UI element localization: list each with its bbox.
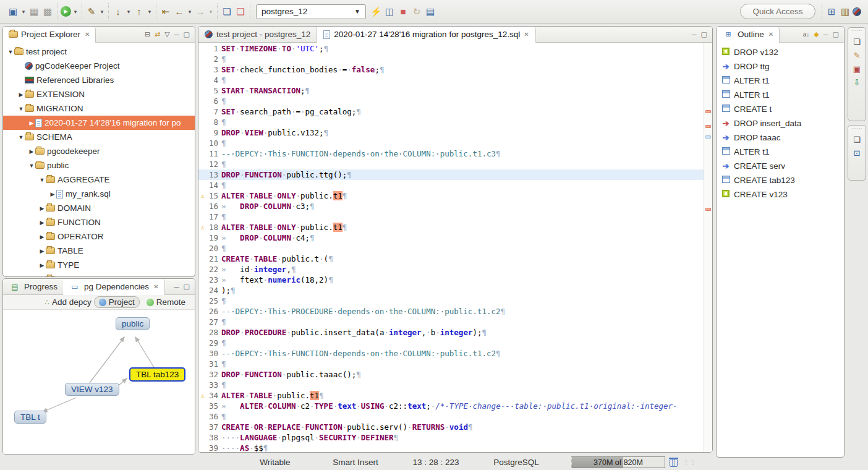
chevron-right-icon[interactable]: ▶ <box>38 248 46 254</box>
chevron-right-icon[interactable]: ▶ <box>38 262 46 268</box>
outline-item[interactable]: CREATE t <box>717 102 844 116</box>
chevron-right-icon[interactable]: ▶ <box>28 120 35 126</box>
annotate-icon[interactable]: ✎ <box>85 5 98 19</box>
overview-occurrence-mark[interactable] <box>705 110 711 113</box>
tab-project-explorer[interactable]: Project Explorer ✕ <box>3 27 96 43</box>
code-line[interactable]: 31¶ <box>198 359 704 369</box>
code-line[interactable]: 35» ALTER·COLUMN·c2·TYPE·text·USING·c2::… <box>198 401 704 411</box>
chevron-right-icon[interactable]: ▶ <box>28 148 35 155</box>
maximize-icon[interactable]: ▢ <box>833 30 839 38</box>
code-line[interactable]: 38····LANGUAGE·plpgsql·SECURITY·DEFINER¶ <box>198 432 704 443</box>
code-line[interactable]: 28DROP·PROCEDURE·public.insert_data(a·in… <box>198 327 704 338</box>
restore-views-button[interactable]: ❏ <box>851 36 863 47</box>
sort-icon[interactable]: a↓ <box>803 31 810 38</box>
chevron-right-icon[interactable]: ▶ <box>49 191 56 197</box>
combo-arrow-icon[interactable]: ▼ <box>354 8 360 15</box>
code-line[interactable]: 16» DROP·COLUMN·c3;¶ <box>198 201 704 212</box>
code-line[interactable]: 19» DROP·COLUMN·c4;¶ <box>198 233 704 243</box>
outline-item[interactable]: ➔CREATE serv <box>717 159 844 173</box>
console-view-icon[interactable]: ⊡ <box>851 147 863 158</box>
code-area[interactable]: 1SET·TIMEZONE·TO·'UTC';¶2¶3SET·check_fun… <box>198 43 704 452</box>
code-line[interactable]: 7SET·search_path·=·pg_catalog;¶ <box>198 106 704 117</box>
back-icon[interactable]: ← <box>173 5 185 19</box>
tab-progress[interactable]: ▤ Progress <box>3 279 63 295</box>
code-line[interactable]: 14¶ <box>198 180 704 190</box>
dependency-graph[interactable]: publicTBL tab123VIEW v123TBL t <box>3 310 195 454</box>
tab-outline[interactable]: ⊞ Outline ✕ <box>717 27 780 43</box>
overview-ruler[interactable] <box>704 43 712 452</box>
outline-item[interactable]: CREATE tab123 <box>717 173 844 187</box>
code-line[interactable]: 22» id·integer,¶ <box>198 264 704 275</box>
resource-perspective-icon[interactable]: ▥ <box>839 5 851 19</box>
tree-item[interactable]: ▼test project <box>3 45 195 59</box>
database-combo[interactable]: postgres_12 ▼ <box>256 4 366 19</box>
refresh-icon[interactable]: ↻ <box>411 5 423 19</box>
code-line[interactable]: 5START·TRANSACTION;¶ <box>198 85 704 96</box>
tree-item[interactable]: ▶OPERATOR <box>3 229 195 244</box>
close-icon[interactable]: ✕ <box>85 31 90 38</box>
overview-occurrence-mark[interactable] <box>705 208 711 211</box>
code-line[interactable]: ⚠18ALTER·TABLE·ONLY·public.t1¶ <box>198 222 704 233</box>
tree-item[interactable]: ▼SCHEMA <box>3 130 195 144</box>
add-depcy-button[interactable]: Add depcy <box>52 297 91 307</box>
close-icon[interactable]: ✕ <box>153 283 158 290</box>
close-icon[interactable]: ✕ <box>524 31 529 38</box>
project-toggle[interactable]: Project <box>94 296 140 308</box>
outline-item[interactable]: ➔DROP taaac <box>717 130 844 145</box>
maximize-icon[interactable]: ▢ <box>701 30 707 38</box>
drag-handle[interactable]: ⋯⋯ <box>851 29 862 33</box>
close-icon[interactable]: ✕ <box>768 31 773 38</box>
editor-body[interactable]: 1SET·TIMEZONE·TO·'UTC';¶2¶3SET·check_fun… <box>198 43 712 452</box>
code-line[interactable]: 33¶ <box>198 380 704 390</box>
collapse-all-icon[interactable]: ⊟ <box>145 30 150 38</box>
import-view-icon[interactable]: ⇩ <box>851 77 863 88</box>
code-line[interactable]: 23» ftext·numeric(18,2)¶ <box>198 275 704 285</box>
tree-item[interactable]: ▶FUNCTION <box>3 215 195 229</box>
pull-down-icon[interactable]: ↓ <box>112 5 124 19</box>
outline-item[interactable]: ALTER t1 <box>717 88 844 102</box>
minimize-icon[interactable]: ─ <box>823 31 828 38</box>
code-line[interactable]: 2¶ <box>198 54 704 64</box>
chevron-down-icon[interactable]: ▼ <box>7 49 14 55</box>
flash-icon[interactable]: ⚡ <box>370 5 382 19</box>
tree-item[interactable]: ▼MIGRATION <box>3 101 195 116</box>
code-line[interactable]: 32DROP·FUNCTION·public.taaac();¶ <box>198 369 704 380</box>
minimize-icon[interactable]: ─ <box>692 31 697 38</box>
last-edit-location-icon[interactable]: ⇤ <box>160 5 172 19</box>
chevron-right-icon[interactable]: ▶ <box>38 234 46 240</box>
code-line[interactable]: 36¶ <box>198 411 704 422</box>
save-button[interactable]: ▦ <box>28 5 40 19</box>
tree-item[interactable]: ▶my_rank.sql <box>3 187 195 201</box>
restore-views-button[interactable]: ❏ <box>851 134 863 145</box>
code-line[interactable]: 29¶ <box>198 338 704 348</box>
chevron-right-icon[interactable]: ▶ <box>17 92 25 98</box>
code-line[interactable]: 13DROP·FUNCTION·public.ttg();¶ <box>198 169 704 180</box>
tree-item[interactable]: ▶pgcodekeeper <box>3 144 195 158</box>
maximize-icon[interactable]: ▢ <box>184 283 190 291</box>
annotate-dropdown-arrow[interactable]: ▾ <box>99 5 105 19</box>
minimize-icon[interactable]: ─ <box>174 31 179 38</box>
new-sql-editor-icon[interactable]: ❏ <box>221 5 233 19</box>
node-view-v123[interactable]: VIEW v123 <box>65 383 119 396</box>
code-line[interactable]: 8¶ <box>198 117 704 127</box>
new-perspective-icon[interactable]: ⊞ <box>825 5 838 19</box>
outline-item[interactable]: ➔DROP insert_data <box>717 116 844 130</box>
outline-item[interactable]: ALTER t1 <box>717 145 844 159</box>
code-line[interactable]: 12¶ <box>198 159 704 169</box>
outline-item[interactable]: CREATE v123 <box>717 187 844 202</box>
back-dropdown-arrow[interactable]: ▾ <box>187 5 193 19</box>
code-line[interactable]: 17¶ <box>198 212 704 222</box>
link-editor-icon[interactable]: ⇄ <box>155 30 160 38</box>
chevron-down-icon[interactable]: ▼ <box>38 177 46 183</box>
run-button[interactable]: ▶ <box>61 6 71 17</box>
tree-item[interactable]: ▶2020-01-27 14'28'16 migration for po <box>3 116 195 130</box>
outline-item[interactable]: ➔DROP ttg <box>717 59 844 74</box>
code-line[interactable]: ⚠34ALTER·TABLE·public.t1¶ <box>198 390 704 401</box>
chevron-right-icon[interactable]: ▶ <box>38 276 46 278</box>
tree-item[interactable]: ▶TABLE <box>3 244 195 258</box>
code-line[interactable]: 1SET·TIMEZONE·TO·'UTC';¶ <box>198 43 704 54</box>
save-all-button[interactable]: ▩ <box>41 5 54 19</box>
node-public[interactable]: public <box>116 317 150 330</box>
run-dropdown-arrow[interactable]: ▾ <box>72 5 79 19</box>
drag-handle[interactable]: ⋯⋯ <box>851 127 862 131</box>
